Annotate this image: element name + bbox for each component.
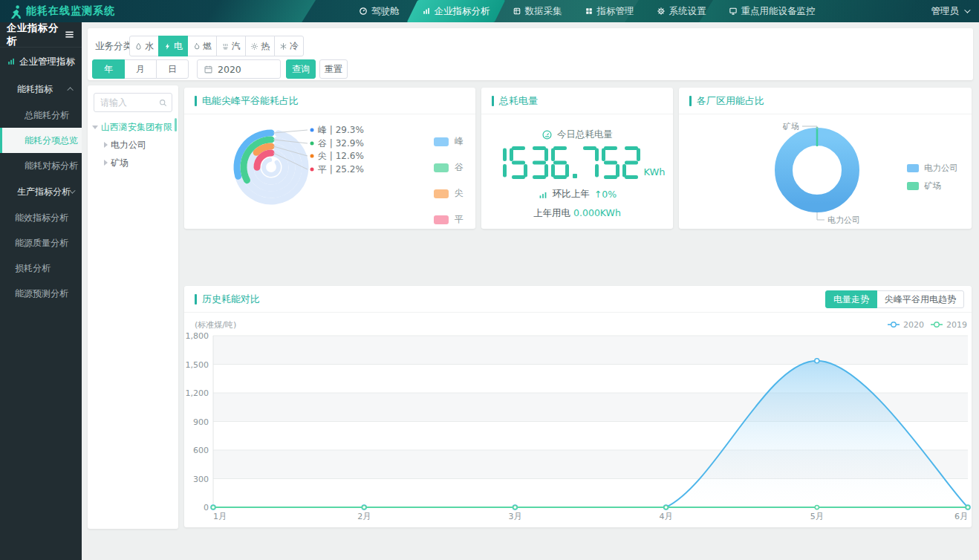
svg-text:峰 | 29.3%: 峰 | 29.3% <box>318 125 364 135</box>
tree-node-2[interactable]: 矿场 <box>92 154 172 172</box>
sidebar-item-4[interactable]: 能耗分项总览 <box>0 128 82 153</box>
total-power-body: 今日总耗电量 KWh 环比上年 ↑0% 上年用电 0.000KWh <box>481 115 673 229</box>
user-menu[interactable]: 管理员 <box>931 0 969 22</box>
bar-chart-icon <box>422 7 431 16</box>
sidebar-item-5[interactable]: 能耗对标分析 <box>0 153 82 178</box>
today-total-label: 今日总耗电量 <box>557 128 613 141</box>
legend-item-峰[interactable]: 峰 <box>434 128 464 154</box>
svg-text:600: 600 <box>193 446 209 455</box>
tree-scrollbar-thumb[interactable] <box>175 118 177 131</box>
query-button[interactable]: 查询 <box>286 59 316 79</box>
sidebar-item-9[interactable]: 损耗分析 <box>0 255 82 281</box>
svg-text:平 | 25.2%: 平 | 25.2% <box>318 164 364 175</box>
peak-valley-radial-chart: 峰 | 29.3%谷 | 32.9%尖 | 12.6%平 | 25.2% <box>184 114 475 228</box>
last-year-label: 上年用电 <box>533 207 570 218</box>
segment-digit <box>489 146 507 179</box>
nav-item-1[interactable]: 驾驶舱 <box>348 0 411 22</box>
sidebar-item-2[interactable]: 能耗指标 <box>0 76 82 102</box>
org-tree-panel: 山西潞安集团有限公司 电力公司矿场 <box>88 85 178 529</box>
sidebar-item-3[interactable]: 总能耗分析 <box>0 102 82 128</box>
segment-digit <box>510 146 527 179</box>
dashboard-icon <box>359 7 368 16</box>
period-tab-group: 年月日 <box>92 59 189 79</box>
history-toggle-group: 电量走势尖峰平谷用电趋势 <box>826 290 964 308</box>
svg-text:5月: 5月 <box>810 512 824 521</box>
tree-node-1[interactable]: 电力公司 <box>92 136 172 154</box>
sidebar-title: 企业指标分析 <box>7 22 64 48</box>
nav-item-5[interactable]: 系统设置 <box>645 0 718 22</box>
legend-swatch <box>907 182 919 190</box>
gauge-icon <box>541 129 553 140</box>
svg-text:尖 | 12.6%: 尖 | 12.6% <box>318 151 364 161</box>
yoy-row: 环比上年 ↑0% <box>538 188 617 201</box>
legend-item-谷[interactable]: 谷 <box>434 154 464 180</box>
segment-digit <box>622 146 640 179</box>
segment-digit <box>602 146 619 179</box>
category-button-5[interactable]: 热 <box>245 36 275 56</box>
category-button-3[interactable]: 燃 <box>187 36 217 56</box>
hamburger-collapse-icon[interactable] <box>64 29 75 40</box>
legend-item-平[interactable]: 平 <box>434 206 464 232</box>
tree-expand-icon[interactable] <box>104 142 108 148</box>
legend-item-电力公司[interactable]: 电力公司 <box>907 159 958 177</box>
title-accent-bar <box>195 96 197 106</box>
history-toggle-1[interactable]: 电量走势 <box>825 290 877 308</box>
nav-item-4[interactable]: 指标管理 <box>573 0 645 22</box>
nav-item-2[interactable]: 企业指标分析 <box>411 0 501 22</box>
period-tab-2[interactable]: 月 <box>124 59 157 79</box>
sidebar-item-8[interactable]: 能源质量分析 <box>0 230 82 255</box>
date-input[interactable]: 2020 <box>197 59 281 79</box>
segment-digit <box>530 146 548 179</box>
tree-children: 电力公司矿场 <box>92 136 172 172</box>
nav-menu: 驾驶舱企业指标分析数据采集指标管理系统设置重点用能设备监控 <box>348 0 827 22</box>
sidebar-item-7[interactable]: 能效指标分析 <box>0 205 82 230</box>
main-content: 业务分类: 水电燃汽热冷 年月日 2020 查询 重置 山西潞安集团有限公司 电… <box>82 22 979 560</box>
card-title-bar: 电能尖峰平谷能耗占比 <box>184 88 475 114</box>
sidebar-item-6[interactable]: 生产指标分析 <box>0 178 82 205</box>
sidebar-menu: 企业管理指标能耗指标总能耗分析能耗分项总览能耗对标分析生产指标分析能效指标分析能… <box>0 48 82 306</box>
last-year-value: 0.000KWh <box>573 207 621 218</box>
svg-text:0: 0 <box>204 503 209 512</box>
period-tab-3[interactable]: 日 <box>156 59 189 79</box>
sidebar-item-1[interactable]: 企业管理指标 <box>0 48 82 76</box>
sidebar: 企业指标分析 企业管理指标能耗指标总能耗分析能耗分项总览能耗对标分析生产指标分析… <box>0 22 82 560</box>
tree-node-root[interactable]: 山西潞安集团有限公司 <box>92 118 172 136</box>
top-navbar: 能耗在线监测系统 驾驶舱企业指标分析数据采集指标管理系统设置重点用能设备监控 管… <box>0 0 979 22</box>
history-comparison-card: 历史耗能对比 电量走势尖峰平谷用电趋势 03006009001,2001,500… <box>184 286 972 527</box>
period-tab-1[interactable]: 年 <box>92 59 125 79</box>
svg-text:2020: 2020 <box>903 320 924 330</box>
tree-expand-icon[interactable] <box>104 160 108 166</box>
grid-icon <box>585 7 593 16</box>
history-line-chart: 03006009001,2001,5001,800(标准煤/吨)20202019… <box>184 313 972 527</box>
segment-digit <box>581 146 599 179</box>
svg-text:2月: 2月 <box>357 512 371 521</box>
bar-chart-icon <box>7 57 16 66</box>
tree-search-box[interactable] <box>94 93 172 112</box>
nav-item-6[interactable]: 重点用能设备监控 <box>718 0 827 22</box>
tree-expand-icon[interactable] <box>92 126 98 129</box>
peak-valley-card: 电能尖峰平谷能耗占比 峰 | 29.3%谷 | 32.9%尖 | 12.6%平 … <box>184 88 475 229</box>
category-button-6[interactable]: 冷 <box>274 36 304 56</box>
legend-swatch <box>434 163 449 172</box>
svg-text:2019: 2019 <box>946 320 967 330</box>
plant-share-legend: 电力公司矿场 <box>907 159 958 195</box>
history-toggle-2[interactable]: 尖峰平谷用电趋势 <box>876 290 964 308</box>
org-tree: 山西潞安集团有限公司 电力公司矿场 <box>92 118 172 172</box>
today-total-row: 今日总耗电量 <box>541 128 613 141</box>
peak-valley-legend: 峰谷尖平 <box>434 128 464 232</box>
card-title-text: 各厂区用能占比 <box>697 94 764 108</box>
legend-item-矿场[interactable]: 矿场 <box>907 177 958 195</box>
search-icon <box>158 98 168 108</box>
category-button-1[interactable]: 水 <box>129 36 159 56</box>
sidebar-item-10[interactable]: 能源预测分析 <box>0 281 82 306</box>
card-title-text: 电能尖峰平谷能耗占比 <box>202 94 299 108</box>
category-button-2[interactable]: 电 <box>158 36 188 56</box>
lightning-icon <box>163 42 172 51</box>
category-button-4[interactable]: 汽 <box>216 36 246 56</box>
nav-item-3[interactable]: 数据采集 <box>501 0 573 22</box>
steam-icon <box>221 42 230 51</box>
chevron-down-icon <box>964 7 970 13</box>
legend-item-尖[interactable]: 尖 <box>434 180 464 206</box>
svg-text:900: 900 <box>193 417 209 427</box>
reset-button[interactable]: 重置 <box>319 59 348 79</box>
